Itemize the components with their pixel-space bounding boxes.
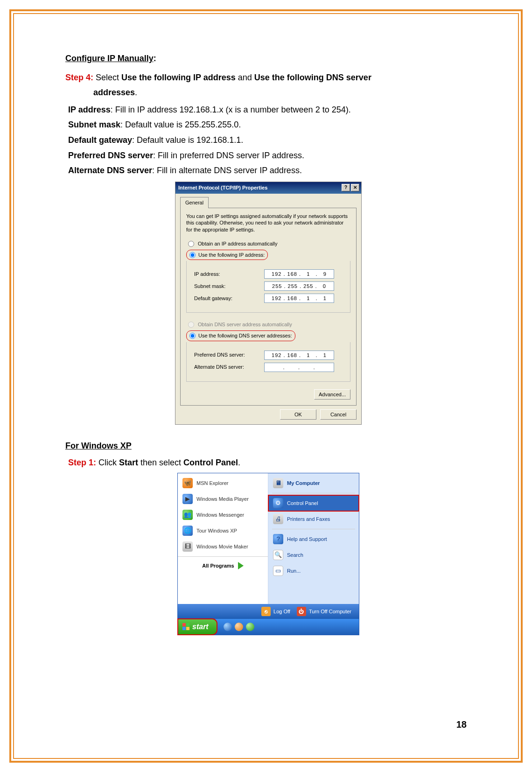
dialog-description: You can get IP settings assigned automat… (186, 213, 350, 233)
step1-label: Step 1: (68, 458, 96, 467)
menu-item-controlpanel[interactable]: ⚙ Control Panel (268, 495, 359, 511)
close-button[interactable]: ✕ (351, 184, 359, 191)
turnoff-button[interactable]: ⏻ Turn Off Computer (297, 607, 351, 616)
step1-b: Start (119, 458, 138, 467)
wmp-icon: ▶ (182, 494, 193, 504)
tour-icon: 🌐 (182, 526, 193, 536)
ok-button[interactable]: OK (280, 409, 316, 420)
step1-dot: . (238, 458, 240, 467)
alt-dns-field-label: Alternate DNS server: (194, 363, 264, 372)
advanced-button[interactable]: Advanced... (314, 389, 350, 400)
menu-item-help[interactable]: ? Help and Support (268, 531, 359, 547)
menu-item-mycomputer[interactable]: 🖥 My Computer (268, 475, 359, 491)
menu-item-wmp[interactable]: ▶ Windows Media Player (178, 491, 268, 507)
quicklaunch-icon[interactable] (246, 623, 254, 631)
step4-dot: . (135, 88, 137, 97)
separator (272, 529, 355, 529)
step4-e: addresses (93, 88, 135, 97)
logoff-icon: ⎋ (261, 607, 271, 616)
pref-dns-field-label: Preferred DNS server: (194, 351, 264, 359)
menu-item-search-label: Search (287, 551, 303, 560)
xp-heading: For Windows XP (65, 441, 132, 450)
msn-icon: 🦋 (182, 478, 193, 488)
mycomputer-icon: 🖥 (273, 478, 283, 488)
menu-item-printers[interactable]: 🖨 Printers and Faxes (268, 511, 359, 527)
step4-d: Use the following DNS server (254, 73, 371, 82)
logoff-label: Log Off (273, 607, 290, 616)
step4-c: and (236, 73, 254, 82)
adns-text: : Fill in alternate DNS server IP addres… (152, 166, 302, 175)
radio-use-dns-label: Use the following DNS server addresses: (198, 331, 292, 340)
radio-use-dns-input[interactable] (189, 333, 196, 339)
menu-item-messenger[interactable]: 👥 Windows Messenger (178, 507, 268, 523)
pref-dns-input[interactable] (264, 351, 334, 360)
radio-obtain-dns: Obtain DNS server address automatically (186, 320, 350, 329)
ip-address-input[interactable] (264, 269, 334, 279)
radio-obtain-ip[interactable]: Obtain an IP address automatically (186, 239, 350, 248)
radio-use-ip[interactable]: Use the following IP address: (186, 250, 350, 260)
turnoff-label: Turn Off Computer (309, 607, 351, 616)
printers-icon: 🖨 (273, 514, 283, 524)
step1-a: Click (96, 458, 119, 467)
gateway-text: : Default value is 192.168.1.1. (132, 135, 243, 145)
titlebar: Internet Protocol (TCP/IP) Properties ? … (175, 182, 361, 194)
quick-launch (224, 623, 254, 631)
radio-use-ip-input[interactable] (189, 252, 196, 258)
start-menu: 🦋 MSN Explorer ▶ Windows Media Player 👥 … (177, 473, 359, 635)
menu-item-messenger-label: Windows Messenger (196, 511, 244, 519)
menu-item-controlpanel-label: Control Panel (287, 499, 318, 508)
help-icon: ? (273, 534, 283, 544)
subnet-label: Subnet mask (68, 120, 120, 129)
menu-item-run-label: Run... (287, 567, 301, 575)
radio-obtain-ip-label: Obtain an IP address automatically (198, 239, 277, 248)
menu-item-search[interactable]: 🔍 Search (268, 547, 359, 563)
cancel-button[interactable]: Cancel (320, 409, 357, 420)
start-button[interactable]: start (178, 619, 217, 635)
alt-dns-input[interactable] (264, 363, 334, 372)
controlpanel-icon: ⚙ (273, 498, 283, 508)
start-menu-footer: ⎋ Log Off ⏻ Turn Off Computer (178, 604, 359, 619)
subnet-input[interactable] (264, 281, 334, 291)
adns-label: Alternate DNS server (68, 166, 152, 175)
tcpip-dialog: Internet Protocol (TCP/IP) Properties ? … (175, 182, 362, 425)
subnet-text: : Default value is 255.255.255.0. (120, 120, 241, 129)
ip-address-field-label: IP address: (194, 270, 264, 279)
windows-logo-icon (182, 623, 189, 630)
run-icon: ▭ (273, 566, 283, 576)
start-menu-right: 🖥 My Computer ⚙ Control Panel 🖨 Printers… (268, 473, 359, 604)
help-button[interactable]: ? (342, 184, 350, 191)
menu-item-moviemaker[interactable]: 🎞 Windows Movie Maker (178, 539, 268, 554)
menu-item-msn[interactable]: 🦋 MSN Explorer (178, 475, 268, 491)
taskbar: start (178, 619, 359, 635)
menu-item-msn-label: MSN Explorer (196, 479, 228, 488)
step1-c: then select (138, 458, 183, 467)
start-menu-left: 🦋 MSN Explorer ▶ Windows Media Player 👥 … (178, 473, 268, 604)
gateway-input[interactable] (264, 294, 334, 303)
pdns-text: : Fill in preferred DNS server IP addres… (153, 151, 304, 160)
step4-a: Select (93, 73, 121, 82)
menu-item-tour-label: Tour Windows XP (196, 526, 237, 535)
tab-general[interactable]: General (180, 197, 209, 208)
menu-item-all-programs[interactable]: All Programs (178, 556, 268, 574)
menu-item-run[interactable]: ▭ Run... (268, 563, 359, 579)
radio-obtain-ip-input[interactable] (188, 241, 194, 247)
configure-heading: Configure IP Manually (65, 54, 154, 63)
step4-b: Use the following IP address (121, 73, 236, 82)
menu-item-help-label: Help and Support (287, 535, 327, 544)
menu-item-printers-label: Printers and Faxes (287, 515, 330, 524)
radio-use-dns[interactable]: Use the following DNS server addresses: (186, 330, 350, 341)
menu-item-wmp-label: Windows Media Player (196, 495, 249, 504)
quicklaunch-icon[interactable] (235, 623, 243, 631)
page-number: 18 (456, 719, 467, 730)
radio-use-ip-label: Use the following IP address: (198, 251, 265, 260)
ipaddr-label: IP address (68, 105, 111, 114)
quicklaunch-icon[interactable] (224, 623, 232, 631)
start-button-label: start (192, 620, 209, 633)
step1-d: Control Panel (183, 458, 238, 467)
dialog-title: Internet Protocol (TCP/IP) Properties (178, 183, 267, 192)
subnet-field-label: Subnet mask: (194, 282, 264, 291)
logoff-button[interactable]: ⎋ Log Off (261, 607, 290, 616)
menu-item-tour[interactable]: 🌐 Tour Windows XP (178, 523, 268, 539)
configure-colon: : (154, 54, 156, 63)
radio-obtain-dns-label: Obtain DNS server address automatically (198, 320, 292, 329)
